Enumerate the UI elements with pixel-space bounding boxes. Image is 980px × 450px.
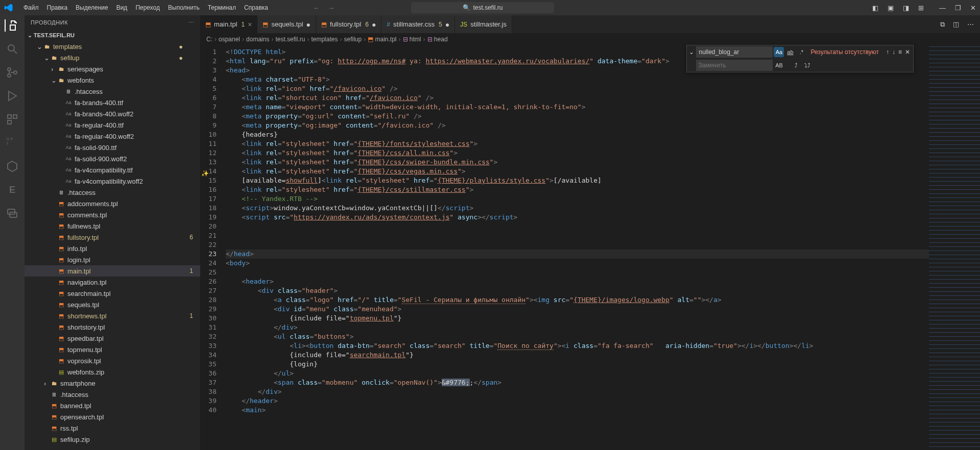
breadcrumb[interactable]: C:›ospanel›domains›test.sefil.ru›templat… (200, 33, 980, 45)
nav-forward[interactable]: → (328, 4, 334, 12)
replace-one-icon[interactable]: ⤴ (791, 60, 801, 70)
editor-group: ⬒main.tpl1×⬒sequels.tpl●⬒fullstory.tpl6●… (200, 15, 980, 450)
tree-item[interactable]: ⬒fullnews.tpl (25, 220, 200, 232)
find-selection-icon[interactable]: ≡ (898, 48, 902, 56)
find-expand-icon[interactable]: ⌄ (687, 48, 696, 56)
find-prev-icon[interactable]: ↑ (886, 48, 889, 56)
tree-item[interactable]: Aafa-regular-400.woff2 (25, 131, 200, 142)
find-close-icon[interactable]: ✕ (905, 48, 910, 56)
code-area[interactable]: <!DOCTYPE html><html lang="ru" prefix="o… (226, 45, 929, 450)
minimap[interactable] (929, 45, 980, 450)
breadcrumb-item[interactable]: domains (246, 36, 269, 43)
command-center[interactable]: 🔍 test.sefil.ru (411, 2, 554, 13)
editor-tab[interactable]: #stillmaster.css5● (381, 15, 455, 33)
explorer-icon[interactable] (5, 19, 17, 32)
tree-item[interactable]: ⬒shortstory.tpl (25, 321, 200, 333)
tree-item[interactable]: ⬒opensearch.tpl (25, 411, 200, 422)
tree-item[interactable]: Aafa-regular-400.ttf (25, 119, 200, 131)
tree-item[interactable]: Aafa-v4compatibility.ttf (25, 164, 200, 176)
docker-icon[interactable] (6, 160, 18, 172)
nav-back[interactable]: ← (313, 4, 320, 12)
tree-item[interactable]: ⬒addcomments.tpl (25, 198, 200, 209)
tree-item[interactable]: ›🖿seriespages (25, 63, 200, 74)
tree-item[interactable]: ⬒banned.tpl (25, 400, 200, 411)
replace-all-icon[interactable]: ⤵⤴ (802, 60, 812, 70)
breadcrumb-item[interactable]: ⊟ head (427, 36, 448, 43)
preserve-case-toggle[interactable]: AB (774, 60, 784, 70)
replace-input[interactable] (696, 60, 773, 71)
tree-item[interactable]: ⬒topmenu.tpl (25, 344, 200, 355)
tree-item[interactable]: Aafa-brands-400.woff2 (25, 108, 200, 119)
menu-item[interactable]: Выделение (71, 2, 112, 13)
tree-item[interactable]: ⌄🖿sefilup● (25, 52, 200, 63)
tree-item[interactable]: Aafa-solid-900.ttf (25, 142, 200, 153)
breadcrumb-item[interactable]: sefilup (344, 36, 362, 43)
debug-icon[interactable] (6, 90, 18, 102)
tree-item[interactable]: ⬒main.tpl1 (25, 265, 200, 277)
breadcrumb-item[interactable]: C: (206, 36, 212, 43)
tree-item[interactable]: ⬒speedbar.tpl (25, 333, 200, 344)
editor-tab[interactable]: JSstillmaster.js (455, 15, 512, 33)
inline-suggestion-icon[interactable]: ✨ (201, 170, 209, 177)
tree-item[interactable]: ›🖿smartphone (25, 378, 200, 389)
menu-item[interactable]: Правка (43, 2, 72, 13)
tree-item[interactable]: Aafa-solid-900.woff2 (25, 153, 200, 164)
comments-icon[interactable] (6, 207, 18, 219)
extensions-icon[interactable] (6, 113, 18, 126)
whole-word-toggle[interactable]: ab (785, 47, 795, 57)
source-control-icon[interactable] (6, 66, 18, 79)
menu-item[interactable]: Вид (112, 2, 132, 13)
layout-icon-3[interactable]: ◨ (903, 4, 909, 12)
tree-item[interactable]: 🗎.htaccess (25, 187, 200, 198)
tree-item[interactable]: ▤webfonts.zip (25, 366, 200, 378)
layout-icon-2[interactable]: ▣ (888, 4, 894, 12)
editor-tab[interactable]: ⬒sequels.tpl● (257, 15, 316, 33)
breadcrumb-item[interactable]: ospanel (219, 36, 240, 43)
find-next-icon[interactable]: ↓ (892, 48, 895, 56)
tree-item[interactable]: ▤sefilup.zip (25, 434, 200, 445)
tree-item[interactable]: ⬒login.tpl (25, 254, 200, 265)
layout-icon-1[interactable]: ◧ (872, 4, 878, 12)
maximize-button[interactable]: ❐ (955, 4, 961, 12)
tree-item[interactable]: ⬒sequels.tpl (25, 299, 200, 310)
tree-item[interactable]: ⬒info.tpl (25, 243, 200, 254)
menu-item[interactable]: Переход (131, 2, 164, 13)
breadcrumb-item[interactable]: templates (311, 36, 338, 43)
breadcrumb-item[interactable]: test.sefil.ru (275, 36, 305, 43)
tree-item[interactable]: ⬒navigation.tpl (25, 277, 200, 288)
menu-item[interactable]: Файл (19, 2, 43, 13)
tree-item[interactable]: ⬒shortnews.tpl1 (25, 310, 200, 321)
menu-item[interactable]: Справка (240, 2, 272, 13)
minimize-button[interactable]: — (939, 4, 946, 12)
split-editor-icon[interactable]: ◫ (953, 20, 959, 28)
match-case-toggle[interactable]: Aa (774, 47, 784, 57)
getpost-icon[interactable]: G PT (6, 137, 18, 149)
menu-item[interactable]: Терминал (204, 2, 240, 13)
regex-toggle[interactable]: .* (796, 47, 806, 57)
tree-item[interactable]: 🗎.htaccess (25, 86, 200, 97)
tree-item[interactable]: ⬒rss.tpl (25, 422, 200, 434)
compare-icon[interactable]: ⧉ (940, 20, 945, 29)
elementor-icon[interactable]: E (6, 184, 18, 196)
close-window-button[interactable]: ✕ (970, 4, 976, 12)
sidebar-more-icon[interactable]: ⋯ (188, 19, 195, 26)
project-root[interactable]: ⌄TEST.SEFIL.RU (25, 30, 200, 41)
tree-item[interactable]: ⬒fullstory.tpl6 (25, 232, 200, 243)
tree-item[interactable]: ⌄🖿webfonts (25, 74, 200, 86)
tab-more-icon[interactable]: ⋯ (967, 20, 974, 28)
tree-item[interactable]: ⬒searchmain.tpl (25, 288, 200, 299)
breadcrumb-item[interactable]: ⊟ html (403, 36, 421, 43)
layout-icon-4[interactable]: ⊞ (918, 4, 924, 12)
tree-item[interactable]: ⬒comments.tpl (25, 209, 200, 220)
editor-tab[interactable]: ⬒main.tpl1× (200, 15, 257, 33)
tree-item[interactable]: ⬒voprosik.tpl (25, 355, 200, 366)
find-input[interactable] (696, 46, 773, 58)
breadcrumb-item[interactable]: ⬒ main.tpl (368, 36, 396, 43)
menu-item[interactable]: Выполнить (164, 2, 204, 13)
tree-item[interactable]: 🗎.htaccess (25, 389, 200, 400)
tree-item[interactable]: Aafa-brands-400.ttf (25, 97, 200, 108)
search-activity-icon[interactable] (6, 43, 18, 55)
editor-tab[interactable]: ⬒fullstory.tpl6● (316, 15, 381, 33)
tree-item[interactable]: ⌄🖿templates● (25, 41, 200, 52)
tree-item[interactable]: Aafa-v4compatibility.woff2 (25, 176, 200, 187)
